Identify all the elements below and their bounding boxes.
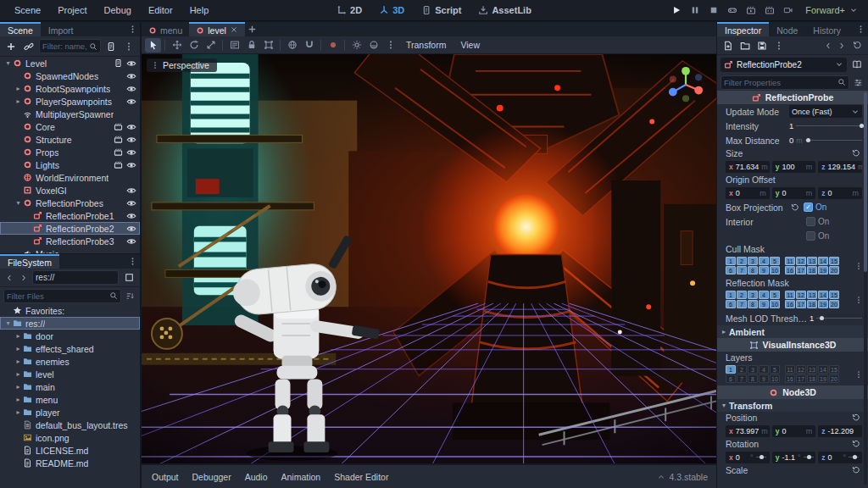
bottom-panel-shader-editor[interactable]: Shader Editor <box>327 469 395 485</box>
view-menu[interactable]: View <box>453 39 487 51</box>
history-back-button[interactable] <box>3 270 15 286</box>
scene-tree-item-props[interactable]: Props <box>0 146 140 158</box>
renderer-dropdown[interactable]: Forward+ <box>800 4 863 16</box>
visibility-toggle[interactable] <box>125 121 137 133</box>
reflection-mask-bit-5[interactable]: 5 <box>770 291 780 299</box>
new-scene-tab-button[interactable] <box>245 22 260 36</box>
visibility-toggle[interactable] <box>125 58 137 69</box>
filesystem-item-level[interactable]: ▸level <box>0 368 140 380</box>
cull-mask-bit-19[interactable]: 19 <box>818 266 828 274</box>
scene-tree-item-voxelgi[interactable]: VoxelGI <box>0 184 140 197</box>
movie-maker-button[interactable] <box>780 3 797 18</box>
open-scene-badge[interactable] <box>112 159 125 171</box>
bottom-panel-output[interactable]: Output <box>145 469 186 485</box>
visibility-toggle[interactable] <box>125 134 137 146</box>
scene-dock-menu-button[interactable] <box>121 39 136 54</box>
workspace-script[interactable]: Script <box>415 3 468 17</box>
camera-preview-toggle[interactable] <box>325 38 341 53</box>
sort-files-button[interactable] <box>124 288 136 303</box>
cull-mask-bit-18[interactable]: 18 <box>807 266 817 274</box>
reflection-mask-bit-3[interactable]: 3 <box>748 291 758 299</box>
scene-tree-item-spawnednodes[interactable]: SpawnedNodes <box>0 69 140 82</box>
layers-menu-button[interactable] <box>854 367 864 382</box>
reflection-mask-bit-6[interactable]: 6 <box>726 300 736 308</box>
rotation-z-field[interactable]: z0° <box>818 452 862 463</box>
reflection-mask-bit-2[interactable]: 2 <box>737 291 747 299</box>
scene-tab-menu[interactable]: menu <box>142 22 189 36</box>
reflection-mask-bit-11[interactable]: 11 <box>785 291 795 299</box>
snap-toggle[interactable] <box>301 38 317 53</box>
visibility-toggle[interactable] <box>125 83 137 95</box>
intensity-slider[interactable]: 1 <box>789 121 862 130</box>
toggle-split-mode-button[interactable] <box>121 270 136 286</box>
workspace-2d[interactable]: 2D <box>330 3 369 17</box>
group-selected-button[interactable] <box>260 38 276 53</box>
box-projection-checkbox[interactable]: ✓ <box>804 202 813 212</box>
viewport-options-menu[interactable] <box>382 38 398 53</box>
remote-debug-button[interactable] <box>724 3 741 18</box>
category-node3d[interactable]: Node3D <box>717 385 868 399</box>
inspector-scrollbar[interactable] <box>864 92 867 485</box>
layers-bit-6[interactable]: 6 <box>726 374 736 383</box>
layers-bit-4[interactable]: 4 <box>759 365 769 374</box>
layers-bit-8[interactable]: 8 <box>748 374 758 383</box>
local-space-toggle[interactable] <box>284 38 300 53</box>
visibility-toggle[interactable] <box>125 197 137 209</box>
reflection-mask-bit-8[interactable]: 8 <box>748 300 758 308</box>
reflection-mask-bit-13[interactable]: 13 <box>807 291 817 299</box>
position-z-field[interactable]: z-12.209 <box>818 425 862 437</box>
property-tools-button[interactable] <box>852 75 865 90</box>
edit-back-button[interactable] <box>822 38 834 53</box>
resource-options-button[interactable] <box>771 38 787 53</box>
reflection-mask-bit-10[interactable]: 10 <box>770 300 780 308</box>
layers-bit-17[interactable]: 17 <box>796 374 806 383</box>
move-tool[interactable] <box>169 38 185 53</box>
menu-project[interactable]: Project <box>50 3 94 17</box>
reflection-mask-bit-16[interactable]: 16 <box>785 300 795 308</box>
max-distance-slider[interactable]: 0m <box>789 136 862 145</box>
filesystem-item-door[interactable]: ▸door <box>0 330 140 342</box>
scene-tab-level[interactable]: level <box>189 22 245 36</box>
inspector-tab-history[interactable]: History <box>805 22 849 36</box>
layers-bit-3[interactable]: 3 <box>748 365 758 374</box>
cull-mask-menu-button[interactable] <box>854 258 864 274</box>
expander-icon[interactable]: ▸ <box>14 370 23 378</box>
origin-x-field[interactable]: x0m <box>726 187 770 199</box>
layers-bit-20[interactable]: 20 <box>829 374 839 383</box>
scene-tree-item-worldenvironment[interactable]: WorldEnvironment <box>0 171 140 184</box>
bottom-panel-audio[interactable]: Audio <box>238 469 275 485</box>
scene-tab-import[interactable]: Import <box>41 22 81 36</box>
reflection-mask-bit-18[interactable]: 18 <box>807 300 817 308</box>
layers-bit-13[interactable]: 13 <box>807 365 817 374</box>
lock-selected-button[interactable] <box>243 38 259 53</box>
cull-mask-bit-13[interactable]: 13 <box>807 257 817 265</box>
scene-tree-item-music[interactable]: Music <box>0 247 140 253</box>
cull-mask-bit-12[interactable]: 12 <box>796 257 806 265</box>
filesystem-item-res[interactable]: ▾res:// <box>0 317 140 330</box>
scale-tool[interactable] <box>203 38 219 53</box>
filesystem-item-player[interactable]: ▸player <box>0 406 140 419</box>
size-reset-button[interactable] <box>850 147 862 159</box>
cull-mask-bit-20[interactable]: 20 <box>829 266 839 274</box>
scale-reset-button[interactable] <box>850 464 862 476</box>
scene-tree-item-reflectionprobe1[interactable]: ReflectionProbe1 <box>0 209 140 222</box>
bottom-panel-debugger[interactable]: Debugger <box>186 469 238 485</box>
expander-icon[interactable]: ▸ <box>14 396 23 403</box>
edit-forward-button[interactable] <box>836 38 848 53</box>
rotate-tool[interactable] <box>186 38 202 53</box>
open-scene-badge[interactable] <box>112 121 125 133</box>
view-axis-gizmo[interactable] <box>664 63 708 107</box>
position-reset-button[interactable] <box>850 412 862 424</box>
filesystem-item-enemies[interactable]: ▸enemies <box>0 355 140 368</box>
tab-filesystem[interactable]: FileSystem <box>0 254 59 269</box>
visibility-toggle[interactable] <box>125 223 137 235</box>
cull-mask-bit-11[interactable]: 11 <box>785 257 795 265</box>
filesystem-item-effects-shared[interactable]: ▸effects_shared <box>0 342 140 355</box>
expander-icon[interactable]: ▸ <box>14 332 23 340</box>
size-z-field[interactable]: z129.154m <box>818 161 862 173</box>
expander-icon[interactable]: ▾ <box>14 199 23 207</box>
layers-bit-9[interactable]: 9 <box>759 374 769 383</box>
expander-icon[interactable]: ▸ <box>14 408 23 416</box>
transform-menu[interactable]: Transform <box>399 39 453 51</box>
layers-bit-7[interactable]: 7 <box>737 374 747 383</box>
